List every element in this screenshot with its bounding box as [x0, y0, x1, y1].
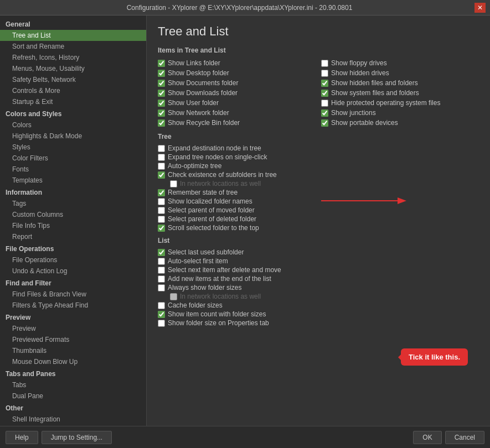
sidebar-item-menus-mouse-usability[interactable]: Menus, Mouse, Usability [0, 63, 146, 74]
checkbox-scroll-selected-folder-top[interactable] [158, 225, 165, 232]
sidebar-item-styles[interactable]: Styles [0, 142, 146, 153]
sidebar-item-mouse-down-blow-up[interactable]: Mouse Down Blow Up [0, 356, 146, 367]
sidebar-item-tags[interactable]: Tags [0, 198, 146, 209]
sidebar-item-refresh-icons-history[interactable]: Refresh, Icons, History [0, 52, 146, 63]
sidebar-category-information: Information [0, 186, 146, 198]
sidebar-item-features[interactable]: Features [0, 425, 146, 426]
sidebar-item-controls-more[interactable]: Controls & More [0, 85, 146, 96]
checkbox-select-last-used-subfolder[interactable] [158, 249, 165, 256]
sidebar-item-preview[interactable]: Preview [0, 323, 146, 334]
checkbox-row-select-parent-moved-folder: Select parent of moved folder [158, 206, 479, 215]
sidebar-item-safety-belts-network[interactable]: Safety Belts, Network [0, 74, 146, 85]
checkbox-always-show-folder-sizes[interactable] [158, 284, 165, 291]
checkbox-select-parent-deleted-folder[interactable] [158, 216, 165, 223]
sidebar-item-thumbnails[interactable]: Thumbnails [0, 345, 146, 356]
checkbox-cache-folder-sizes[interactable] [158, 302, 165, 309]
sidebar-item-tabs[interactable]: Tabs [0, 379, 146, 390]
sidebar-item-fonts[interactable]: Fonts [0, 164, 146, 175]
sidebar-item-highlights-dark-mode[interactable]: Highlights & Dark Mode [0, 131, 146, 142]
checkbox-row-show-floppy-drives: Show floppy drives [321, 59, 479, 67]
sidebar-category-tabs-and-panes: Tabs and Panes [0, 367, 146, 379]
checkbox-show-documents-folder[interactable] [158, 80, 165, 87]
checkbox-row-show-folder-size-properties-tab: Show folder size on Properties tab [158, 319, 479, 327]
sidebar-item-undo-action-log[interactable]: Undo & Action Log [0, 265, 146, 277]
checkbox-show-system-files-folders[interactable] [321, 90, 328, 97]
sidebar-item-templates[interactable]: Templates [0, 175, 146, 186]
label-cache-folder-sizes: Cache folder sizes [168, 301, 223, 309]
checkbox-remember-state-tree[interactable] [158, 189, 165, 196]
sidebar-item-custom-columns[interactable]: Custom Columns [0, 209, 146, 220]
label-show-junctions: Show junctions [331, 109, 376, 117]
bottom-bar: Help Jump to Setting... OK Cancel [0, 426, 490, 448]
checkbox-auto-optimize-tree[interactable] [158, 163, 165, 170]
label-in-network-locations-well-list: In network locations as well [180, 293, 261, 300]
sidebar-item-find-files-branch-view[interactable]: Find Files & Branch View [0, 289, 146, 300]
sidebar-item-report[interactable]: Report [0, 231, 146, 242]
checkbox-show-links-folder[interactable] [158, 60, 165, 67]
checkbox-row-auto-select-first-item: Auto-select first item [158, 257, 479, 265]
checkbox-show-junctions[interactable] [321, 110, 328, 117]
sidebar-item-colors[interactable]: Colors [0, 119, 146, 131]
sidebar-item-sort-and-rename[interactable]: Sort and Rename [0, 41, 146, 52]
checkbox-expand-destination-node[interactable] [158, 145, 165, 152]
checkbox-row-check-existence-subfolders: Check existence of subfolders in tree [158, 170, 479, 179]
label-show-desktop-folder: Show Desktop folder [168, 69, 229, 77]
sidebar-item-tree-and-list[interactable]: Tree and List [0, 30, 146, 41]
sidebar-item-shell-integration[interactable]: Shell Integration [0, 414, 146, 425]
cancel-button[interactable]: Cancel [445, 431, 484, 444]
sidebar-category-find-and-filter: Find and Filter [0, 277, 146, 289]
checkbox-show-floppy-drives[interactable] [321, 60, 328, 67]
section-header-items-in-tree-and-list: Items in Tree and List [158, 46, 479, 54]
ok-button[interactable]: OK [413, 431, 441, 444]
checkbox-row-show-system-files-folders: Show system files and folders [321, 88, 479, 97]
sidebar-item-color-filters[interactable]: Color Filters [0, 153, 146, 164]
checkbox-in-network-locations-well[interactable] [170, 180, 177, 187]
sidebar-item-filters-type-ahead-find[interactable]: Filters & Type Ahead Find [0, 300, 146, 311]
checkbox-show-recycle-bin-folder[interactable] [158, 119, 165, 127]
tooltip-bubble: Tick it like this. [401, 348, 468, 366]
checkbox-select-parent-moved-folder[interactable] [158, 207, 165, 214]
checkbox-add-new-items-end-list[interactable] [158, 275, 165, 283]
label-show-documents-folder: Show Documents folder [168, 79, 238, 87]
checkbox-show-item-count-folder-sizes[interactable] [158, 311, 165, 318]
checkbox-hide-protected-os-files[interactable] [321, 100, 328, 107]
label-show-floppy-drives: Show floppy drives [331, 59, 387, 67]
checkbox-row-scroll-selected-folder-top: Scroll selected folder to the top [158, 223, 479, 232]
checkbox-show-folder-size-properties-tab[interactable] [158, 320, 165, 327]
sidebar-item-file-info-tips[interactable]: File Info Tips [0, 220, 146, 231]
jump-to-setting-button[interactable]: Jump to Setting... [42, 431, 112, 444]
sidebar-item-startup-exit[interactable]: Startup & Exit [0, 96, 146, 107]
checkbox-show-hidden-files-folders[interactable] [321, 80, 328, 87]
checkbox-show-portable-devices[interactable] [321, 119, 328, 127]
checkbox-select-next-item-after-delete[interactable] [158, 267, 165, 274]
label-show-network-folder: Show Network folder [168, 109, 229, 117]
label-show-hidden-drives: Show hidden drives [331, 69, 389, 77]
checkbox-show-user-folder[interactable] [158, 100, 165, 107]
tree-section-wrapper: Expand destination node in treeExpand tr… [158, 144, 479, 232]
sidebar-item-file-operations[interactable]: File Operations [0, 254, 146, 265]
label-show-localized-folder-names: Show localized folder names [168, 197, 252, 205]
label-add-new-items-end-list: Add new items at the end of the list [168, 275, 271, 283]
checkbox-expand-tree-nodes-single-click[interactable] [158, 154, 165, 161]
checkbox-row-show-portable-devices: Show portable devices [321, 118, 479, 127]
label-hide-protected-os-files: Hide protected operating system files [331, 99, 440, 107]
sidebar-item-dual-pane[interactable]: Dual Pane [0, 390, 146, 402]
sidebar-item-previewed-formats[interactable]: Previewed Formats [0, 334, 146, 345]
close-button[interactable]: ✕ [474, 3, 486, 13]
label-expand-tree-nodes-single-click: Expand tree nodes on single-click [168, 153, 267, 161]
checkbox-show-localized-folder-names[interactable] [158, 198, 165, 205]
checkbox-in-network-locations-well-list [170, 293, 177, 300]
checkbox-show-downloads-folder[interactable] [158, 90, 165, 97]
label-always-show-folder-sizes: Always show folder sizes [168, 284, 241, 291]
checkbox-row-expand-tree-nodes-single-click: Expand tree nodes on single-click [158, 153, 479, 162]
checkbox-auto-select-first-item[interactable] [158, 258, 165, 265]
sidebar-category-general: General [0, 18, 146, 30]
checkbox-show-hidden-drives[interactable] [321, 70, 328, 77]
checkbox-show-desktop-folder[interactable] [158, 70, 165, 77]
title-bar-text: Configuration - XYplorer @ E:\XY\XYplore… [4, 4, 474, 12]
label-auto-select-first-item: Auto-select first item [168, 257, 228, 265]
checkbox-check-existence-subfolders[interactable] [158, 171, 165, 179]
checkbox-show-network-folder[interactable] [158, 110, 165, 117]
help-button[interactable]: Help [6, 431, 38, 444]
checkbox-row-show-item-count-folder-sizes: Show item count with folder sizes [158, 310, 479, 319]
